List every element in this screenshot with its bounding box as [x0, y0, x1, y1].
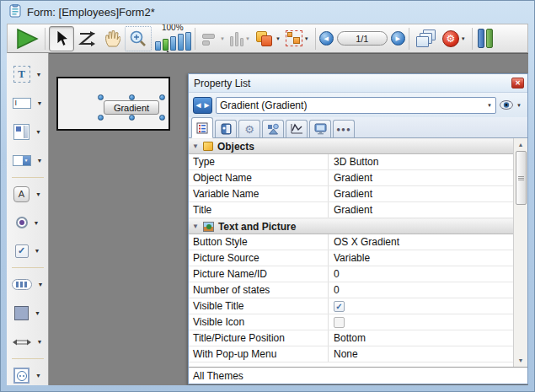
property-value[interactable]: OS X Gradient: [329, 234, 513, 250]
scroll-down-arrow[interactable]: ▼: [515, 354, 527, 367]
library-books-icon[interactable]: [478, 29, 493, 48]
zoom-tool-button[interactable]: [125, 26, 152, 51]
property-value[interactable]: 3D Button: [329, 154, 513, 169]
selection-tool-button[interactable]: [49, 26, 74, 51]
listbox-tool-dropdown[interactable]: ▼: [35, 129, 41, 135]
toolbar-separator: [45, 28, 45, 50]
editor-main: T▼ I▼ ▼ ▼▼ A▼ ▼ ✓▼ ▼ ▼ ▼ ▼ Gradient: [7, 53, 528, 385]
cube-icon: [203, 142, 213, 151]
checkbox-tool-dropdown[interactable]: ▼: [35, 248, 40, 254]
property-row: Variable NameGradient: [189, 186, 513, 202]
rectangle-tool[interactable]: ▼: [14, 303, 40, 323]
combobox-tool[interactable]: ▼▼: [13, 151, 43, 170]
radio-button-tool[interactable]: ▼: [16, 213, 40, 233]
button-tool-dropdown[interactable]: ▼: [35, 191, 41, 197]
form-canvas[interactable]: Gradient Property List ✕ ◄►: [49, 53, 528, 385]
property-value[interactable]: None: [329, 346, 513, 362]
close-icon[interactable]: ✕: [511, 78, 524, 89]
property-value[interactable]: 0: [329, 266, 513, 282]
level-dropdown-arrow[interactable]: ▼: [276, 36, 281, 41]
scroll-thumb[interactable]: [516, 151, 527, 205]
toolbar-separator: [315, 28, 316, 50]
tab-database[interactable]: [215, 120, 237, 137]
scrollbar[interactable]: ▲ ▼: [513, 138, 527, 367]
level-button[interactable]: ▼: [253, 26, 283, 51]
gradient-3d-button[interactable]: Gradient: [104, 100, 159, 115]
disclosure-triangle-icon[interactable]: ▼: [192, 223, 199, 230]
button-bar-tool[interactable]: ▼: [12, 275, 44, 294]
group-dropdown-arrow[interactable]: ▼: [304, 36, 309, 41]
window-titlebar[interactable]: Form: [Employees]Form2*: [1, 1, 534, 24]
text-tool[interactable]: T▼: [13, 65, 42, 84]
align-dropdown-arrow[interactable]: ▼: [220, 36, 225, 41]
property-value[interactable]: [329, 314, 513, 330]
form-window-icon: [9, 4, 22, 21]
button-bar-dropdown[interactable]: ▼: [38, 282, 44, 287]
combobox-tool-dropdown[interactable]: ▼: [37, 158, 43, 164]
property-name: Variable Name: [189, 186, 329, 201]
move-tool-button[interactable]: [99, 26, 125, 51]
form-design-area[interactable]: Gradient: [56, 77, 170, 131]
group-button[interactable]: ▼: [283, 26, 312, 51]
property-value[interactable]: Bottom: [329, 330, 513, 346]
property-value[interactable]: Gradient: [329, 202, 513, 217]
object-selector-dropdown[interactable]: Gradient (Gradient) ▼: [216, 97, 496, 114]
tab-chart[interactable]: [286, 120, 308, 137]
input-tool[interactable]: I▼: [13, 94, 43, 113]
tab-display[interactable]: [309, 120, 331, 137]
preferences-dropdown-arrow[interactable]: ▼: [461, 36, 466, 41]
selection-handle-bottom-center[interactable]: [129, 115, 135, 121]
distribute-button[interactable]: ▼: [227, 26, 253, 51]
selection-handle-top-left[interactable]: [98, 94, 104, 100]
toolbar-separator: [195, 28, 195, 50]
next-page-button[interactable]: ▶: [391, 31, 405, 46]
section-header-objects[interactable]: ▼Objects: [189, 138, 513, 154]
tab-objects[interactable]: [262, 120, 284, 137]
entry-order-button[interactable]: [74, 26, 99, 51]
disclosure-triangle-icon[interactable]: ▼: [192, 142, 199, 150]
display-options-button[interactable]: [413, 26, 440, 51]
object-selector-arrow[interactable]: ▼: [487, 103, 492, 108]
property-list-titlebar[interactable]: Property List ✕: [189, 74, 527, 93]
zoom-scale-control[interactable]: 100%: [155, 24, 191, 53]
property-value[interactable]: Variable: [329, 250, 513, 266]
property-checkbox[interactable]: [334, 317, 345, 328]
visibility-control[interactable]: ▼: [500, 100, 523, 110]
execute-form-button[interactable]: [13, 26, 41, 51]
themes-footer[interactable]: All Themes: [189, 367, 527, 384]
listbox-tool[interactable]: ▼: [13, 122, 41, 142]
section-label: Objects: [217, 141, 254, 153]
plugin-tool-dropdown[interactable]: ▼: [35, 373, 41, 379]
property-value[interactable]: [329, 298, 513, 314]
input-tool-dropdown[interactable]: ▼: [37, 100, 43, 106]
text-tool-dropdown[interactable]: ▼: [36, 72, 42, 78]
scroll-up-arrow[interactable]: ▲: [515, 138, 527, 151]
zoom-scale-bars[interactable]: [155, 32, 191, 51]
selection-handle-bottom-left[interactable]: [98, 115, 104, 121]
rectangle-tool-dropdown[interactable]: ▼: [35, 310, 40, 316]
property-value[interactable]: 0: [329, 282, 513, 298]
tab-more[interactable]: ●●●: [333, 120, 355, 137]
splitter-tool[interactable]: ▼: [13, 332, 43, 352]
selection-handle-top-right[interactable]: [159, 94, 165, 100]
property-checkbox[interactable]: [334, 301, 345, 312]
tab-events[interactable]: ⚙: [238, 120, 260, 137]
checkbox-tool[interactable]: ✓▼: [15, 241, 40, 260]
distribute-dropdown-arrow[interactable]: ▼: [245, 36, 250, 41]
selection-handle-top-center[interactable]: [129, 94, 135, 100]
align-button[interactable]: ▼: [199, 26, 227, 51]
previous-page-button[interactable]: ◀: [319, 31, 334, 46]
tab-properties-list[interactable]: [191, 117, 213, 138]
navigate-objects-icon[interactable]: ◄►: [193, 97, 212, 114]
splitter-tool-dropdown[interactable]: ▼: [37, 339, 43, 345]
preferences-button[interactable]: ⚙ ▼: [440, 26, 468, 51]
selection-handle-bottom-right[interactable]: [159, 115, 165, 121]
section-header-text-and-picture[interactable]: ▼Text and Picture: [189, 218, 513, 234]
eye-dropdown-arrow[interactable]: ▼: [516, 103, 522, 108]
radio-tool-dropdown[interactable]: ▼: [34, 220, 40, 226]
plugin-area-tool[interactable]: ▼: [13, 366, 41, 385]
property-value[interactable]: Gradient: [329, 186, 513, 201]
property-value[interactable]: Gradient: [329, 170, 513, 185]
button-tool[interactable]: A▼: [13, 185, 41, 204]
property-list-panel: Property List ✕ ◄► Gradient (Gradient) ▼…: [188, 73, 528, 384]
